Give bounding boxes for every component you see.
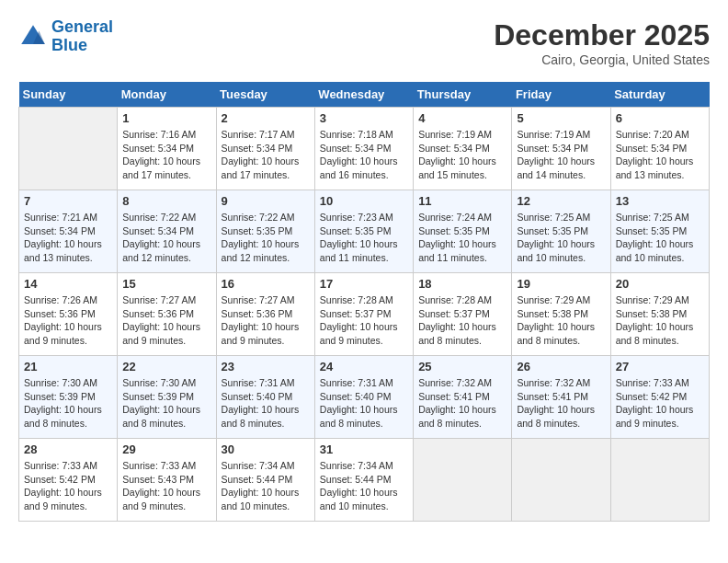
day-info: Sunrise: 7:20 AMSunset: 5:34 PMDaylight:… [616, 128, 704, 182]
table-row [512, 439, 610, 522]
table-row: 24Sunrise: 7:31 AMSunset: 5:40 PMDayligh… [314, 356, 413, 439]
table-row: 20Sunrise: 7:29 AMSunset: 5:38 PMDayligh… [610, 273, 709, 356]
day-info: Sunrise: 7:19 AMSunset: 5:34 PMDaylight:… [517, 128, 605, 182]
weekday-wednesday: Wednesday [314, 82, 413, 108]
table-row: 5Sunrise: 7:19 AMSunset: 5:34 PMDaylight… [512, 108, 610, 190]
day-info: Sunrise: 7:29 AMSunset: 5:38 PMDaylight:… [517, 293, 605, 348]
weekday-sunday: Sunday [19, 82, 118, 108]
day-info: Sunrise: 7:17 AMSunset: 5:34 PMDaylight:… [222, 128, 310, 182]
day-number: 9 [222, 194, 310, 208]
weekday-monday: Monday [118, 82, 216, 108]
weekday-saturday: Saturday [610, 82, 709, 108]
table-row: 26Sunrise: 7:32 AMSunset: 5:41 PMDayligh… [512, 356, 610, 439]
day-info: Sunrise: 7:32 AMSunset: 5:41 PMDaylight:… [418, 376, 506, 431]
day-number: 29 [122, 442, 210, 456]
table-row: 16Sunrise: 7:27 AMSunset: 5:36 PMDayligh… [216, 273, 314, 356]
table-row: 4Sunrise: 7:19 AMSunset: 5:34 PMDaylight… [414, 108, 512, 190]
logo-icon [18, 22, 48, 52]
table-row [19, 108, 118, 190]
table-row: 27Sunrise: 7:33 AMSunset: 5:42 PMDayligh… [610, 356, 709, 439]
table-row: 30Sunrise: 7:34 AMSunset: 5:44 PMDayligh… [216, 439, 314, 522]
day-info: Sunrise: 7:28 AMSunset: 5:37 PMDaylight:… [320, 293, 408, 348]
week-row-3: 14Sunrise: 7:26 AMSunset: 5:36 PMDayligh… [19, 273, 710, 356]
calendar-table: SundayMondayTuesdayWednesdayThursdayFrid… [18, 82, 710, 522]
day-info: Sunrise: 7:34 AMSunset: 5:44 PMDaylight:… [222, 459, 310, 513]
day-info: Sunrise: 7:16 AMSunset: 5:34 PMDaylight:… [122, 128, 210, 182]
day-number: 16 [222, 277, 310, 291]
day-number: 6 [616, 111, 704, 125]
table-row: 23Sunrise: 7:31 AMSunset: 5:40 PMDayligh… [216, 356, 314, 439]
weekday-tuesday: Tuesday [216, 82, 314, 108]
day-info: Sunrise: 7:22 AMSunset: 5:34 PMDaylight:… [122, 211, 210, 265]
table-row: 17Sunrise: 7:28 AMSunset: 5:37 PMDayligh… [314, 273, 413, 356]
table-row: 3Sunrise: 7:18 AMSunset: 5:34 PMDaylight… [314, 108, 413, 190]
day-info: Sunrise: 7:30 AMSunset: 5:39 PMDaylight:… [24, 376, 112, 431]
page-header: General Blue December 2025 Cairo, Georgi… [18, 18, 710, 67]
table-row: 18Sunrise: 7:28 AMSunset: 5:37 PMDayligh… [414, 273, 512, 356]
day-info: Sunrise: 7:28 AMSunset: 5:37 PMDaylight:… [418, 293, 506, 348]
day-number: 31 [320, 442, 408, 456]
day-number: 18 [418, 277, 506, 291]
day-info: Sunrise: 7:27 AMSunset: 5:36 PMDaylight:… [222, 293, 310, 348]
day-number: 11 [418, 194, 506, 208]
table-row: 10Sunrise: 7:23 AMSunset: 5:35 PMDayligh… [314, 190, 413, 273]
day-number: 30 [222, 442, 310, 456]
table-row: 22Sunrise: 7:30 AMSunset: 5:39 PMDayligh… [118, 356, 216, 439]
day-number: 19 [517, 277, 605, 291]
day-info: Sunrise: 7:23 AMSunset: 5:35 PMDaylight:… [320, 211, 408, 265]
day-number: 13 [616, 194, 704, 208]
table-row: 1Sunrise: 7:16 AMSunset: 5:34 PMDaylight… [118, 108, 216, 190]
weekday-thursday: Thursday [414, 82, 512, 108]
day-info: Sunrise: 7:31 AMSunset: 5:40 PMDaylight:… [222, 376, 310, 431]
day-number: 10 [320, 194, 408, 208]
day-info: Sunrise: 7:32 AMSunset: 5:41 PMDaylight:… [517, 376, 605, 431]
day-number: 12 [517, 194, 605, 208]
day-info: Sunrise: 7:33 AMSunset: 5:42 PMDaylight:… [616, 376, 704, 431]
day-info: Sunrise: 7:25 AMSunset: 5:35 PMDaylight:… [616, 211, 704, 265]
day-number: 4 [418, 111, 506, 125]
table-row [414, 439, 512, 522]
title-block: December 2025 Cairo, Georgia, United Sta… [494, 18, 710, 67]
day-info: Sunrise: 7:31 AMSunset: 5:40 PMDaylight:… [320, 376, 408, 431]
day-number: 5 [517, 111, 605, 125]
day-info: Sunrise: 7:21 AMSunset: 5:34 PMDaylight:… [24, 211, 112, 265]
table-row: 25Sunrise: 7:32 AMSunset: 5:41 PMDayligh… [414, 356, 512, 439]
day-info: Sunrise: 7:24 AMSunset: 5:35 PMDaylight:… [418, 211, 506, 265]
table-row [610, 439, 709, 522]
weekday-header-row: SundayMondayTuesdayWednesdayThursdayFrid… [19, 82, 710, 108]
day-number: 8 [122, 194, 210, 208]
day-info: Sunrise: 7:34 AMSunset: 5:44 PMDaylight:… [320, 459, 408, 513]
month-title: December 2025 [494, 18, 710, 52]
day-number: 15 [122, 277, 210, 291]
table-row: 31Sunrise: 7:34 AMSunset: 5:44 PMDayligh… [314, 439, 413, 522]
week-row-5: 28Sunrise: 7:33 AMSunset: 5:42 PMDayligh… [19, 439, 710, 522]
day-number: 24 [320, 360, 408, 373]
day-number: 1 [122, 111, 210, 125]
table-row: 15Sunrise: 7:27 AMSunset: 5:36 PMDayligh… [118, 273, 216, 356]
week-row-4: 21Sunrise: 7:30 AMSunset: 5:39 PMDayligh… [19, 356, 710, 439]
location: Cairo, Georgia, United States [494, 52, 710, 67]
day-info: Sunrise: 7:22 AMSunset: 5:35 PMDaylight:… [222, 211, 310, 265]
table-row: 19Sunrise: 7:29 AMSunset: 5:38 PMDayligh… [512, 273, 610, 356]
table-row: 12Sunrise: 7:25 AMSunset: 5:35 PMDayligh… [512, 190, 610, 273]
table-row: 11Sunrise: 7:24 AMSunset: 5:35 PMDayligh… [414, 190, 512, 273]
table-row: 14Sunrise: 7:26 AMSunset: 5:36 PMDayligh… [19, 273, 118, 356]
logo-text: General Blue [51, 18, 113, 55]
day-number: 14 [24, 277, 112, 291]
week-row-2: 7Sunrise: 7:21 AMSunset: 5:34 PMDaylight… [19, 190, 710, 273]
day-info: Sunrise: 7:26 AMSunset: 5:36 PMDaylight:… [24, 293, 112, 348]
day-number: 17 [320, 277, 408, 291]
weekday-friday: Friday [512, 82, 610, 108]
day-number: 28 [24, 442, 112, 456]
day-number: 7 [24, 194, 112, 208]
day-number: 21 [24, 360, 112, 373]
day-number: 25 [418, 360, 506, 373]
day-number: 27 [616, 360, 704, 373]
table-row: 2Sunrise: 7:17 AMSunset: 5:34 PMDaylight… [216, 108, 314, 190]
day-number: 26 [517, 360, 605, 373]
logo: General Blue [18, 18, 113, 55]
day-info: Sunrise: 7:30 AMSunset: 5:39 PMDaylight:… [122, 376, 210, 431]
table-row: 13Sunrise: 7:25 AMSunset: 5:35 PMDayligh… [610, 190, 709, 273]
table-row: 6Sunrise: 7:20 AMSunset: 5:34 PMDaylight… [610, 108, 709, 190]
day-number: 3 [320, 111, 408, 125]
